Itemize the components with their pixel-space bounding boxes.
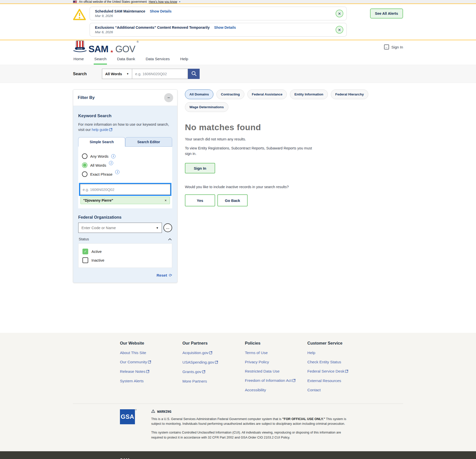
collapse-filters-button[interactable]: −: [164, 93, 173, 102]
keyword-search-input[interactable]: [80, 184, 170, 195]
sign-in-required-message: To view Entity Registrations, Subcontrac…: [185, 146, 315, 157]
help-guide-link[interactable]: help guide: [92, 128, 112, 132]
gov-banner: An official website of the United States…: [0, 0, 476, 3]
footer-col-our-partners: Our Partners Acquisition.gov USASpending…: [182, 341, 245, 397]
footer-col-title: Customer Service: [307, 341, 370, 346]
info-icon[interactable]: i: [109, 161, 113, 165]
footer-link-release-notes[interactable]: Release Notes: [120, 369, 182, 374]
external-link-icon: [202, 370, 205, 374]
tab-search-editor[interactable]: Search Editor: [125, 137, 172, 147]
external-link-icon: [109, 127, 112, 133]
footer-col-policies: Policies Terms of Use Privacy Policy Res…: [245, 341, 307, 397]
top-search-input[interactable]: [132, 69, 188, 79]
footer-link-our-community[interactable]: Our Community: [120, 360, 182, 365]
filter-by-title: Filter By: [78, 95, 95, 100]
pill-contracting[interactable]: Contracting: [216, 89, 244, 99]
search-type-dropdown[interactable]: All Words ▼: [102, 69, 132, 79]
checkbox-active-checked[interactable]: ✓: [82, 249, 88, 254]
simple-search-panel: Any Words i All Words i Exact Phrase i: [78, 147, 172, 208]
nav-item-data-bank[interactable]: Data Bank: [116, 54, 135, 65]
go-back-button[interactable]: Go Back: [217, 194, 248, 206]
warning-triangle-icon: [151, 409, 155, 414]
footer-link-usaspending-gov[interactable]: USASpending.gov: [182, 360, 245, 365]
alert-title: Scheduled SAM Maintenance: [95, 9, 145, 13]
federal-org-more-button[interactable]: ...: [163, 223, 172, 232]
alert-show-details-link[interactable]: Show Details: [150, 9, 171, 13]
footer-link-grants-gov[interactable]: Grants.gov: [182, 370, 245, 374]
footer-link-accessibility[interactable]: Accessibility: [245, 388, 307, 392]
nav-item-data-services[interactable]: Data Services: [145, 54, 170, 65]
remove-tag-icon[interactable]: ×: [164, 198, 167, 202]
pill-all-domains[interactable]: All Domains: [185, 89, 213, 99]
external-link-icon: [146, 370, 149, 374]
nav-item-home[interactable]: Home: [73, 54, 84, 65]
warning-paragraph-2: This system contains Controlled Unclassi…: [151, 430, 351, 440]
footer-link-system-alerts[interactable]: System Alerts: [120, 379, 182, 383]
footer-link-foia[interactable]: Freedom of Information Act: [245, 378, 307, 383]
radio-all-words[interactable]: [82, 162, 87, 168]
magnifier-icon: [191, 71, 197, 77]
reset-refresh-icon: ⟳: [169, 273, 172, 278]
footer-link-contact[interactable]: Contact: [307, 388, 370, 392]
footer-link-federal-service-desk[interactable]: Federal Service Desk: [307, 369, 370, 374]
pill-wage-determinations[interactable]: Wage Determinations: [185, 102, 228, 112]
logo-registered-mark: ®: [137, 40, 139, 43]
sam-gov-logo[interactable]: ★★★ SAM ★ GOV ®: [73, 40, 139, 54]
footer-link-more-partners[interactable]: More Partners: [182, 379, 245, 384]
footer-link-check-entity-status[interactable]: Check Entity Status: [307, 360, 370, 364]
alert-close-button[interactable]: ✕: [336, 26, 343, 34]
yes-button[interactable]: Yes: [185, 194, 215, 206]
header-sign-in-link[interactable]: ← Sign In: [384, 44, 403, 49]
results-sign-in-button[interactable]: Sign In: [185, 163, 215, 173]
status-active-label: Active: [91, 249, 102, 254]
reset-filters-link[interactable]: Reset ⟳: [78, 273, 172, 278]
nav-item-search[interactable]: Search: [94, 54, 107, 65]
warning-paragraph-1: This is a U.S. General Services Administ…: [151, 417, 351, 426]
footer-link-terms-of-use[interactable]: Terms of Use: [245, 351, 307, 355]
federal-org-placeholder: Enter Code or Name: [81, 226, 116, 230]
footer-link-external-resources[interactable]: External Resources: [307, 379, 370, 383]
heres-how-you-know-link[interactable]: Here's how you know: [149, 0, 177, 3]
footer-link-about-this-site[interactable]: About This Site: [120, 351, 182, 355]
main-content: Filter By − Keyword Search For more info…: [73, 83, 403, 333]
alert-close-button[interactable]: ✕: [336, 10, 343, 17]
gsa-logo: GSA: [120, 409, 135, 424]
footer-col-title: Our Partners: [182, 341, 245, 346]
pill-entity-information[interactable]: Entity Information: [290, 89, 328, 99]
alert-card: Scheduled SAM Maintenance Show Details M…: [89, 6, 347, 20]
info-icon[interactable]: i: [111, 154, 115, 158]
footer-link-acquisition-gov[interactable]: Acquisition.gov: [182, 351, 245, 355]
search-submit-button[interactable]: [188, 69, 200, 79]
checkbox-inactive-unchecked[interactable]: [82, 257, 88, 263]
external-link-icon: [292, 379, 296, 383]
search-label: Search: [73, 71, 102, 76]
caret-down-icon: ▼: [156, 226, 159, 229]
status-inactive-row[interactable]: Inactive: [82, 257, 168, 263]
alert-warning-triangle-icon: [73, 8, 86, 21]
radio-any-words[interactable]: [82, 153, 87, 159]
pill-federal-hierarchy[interactable]: Federal Hierarchy: [331, 89, 368, 99]
pill-federal-assistance[interactable]: Federal Assistance: [247, 89, 287, 99]
see-all-alerts-button[interactable]: See All Alerts: [370, 8, 403, 18]
gsa-registered-mark: ®: [135, 409, 137, 411]
tab-simple-search[interactable]: Simple Search: [78, 137, 125, 147]
footer-link-privacy-policy[interactable]: Privacy Policy: [245, 360, 307, 364]
info-icon[interactable]: i: [115, 170, 119, 174]
alert-show-details-link[interactable]: Show Details: [214, 25, 236, 29]
status-active-row[interactable]: ✓ Active: [82, 249, 168, 254]
main-nav: Home Search Data Bank Data Services Help: [0, 54, 476, 65]
alert-card-list: Scheduled SAM Maintenance Show Details M…: [89, 6, 347, 37]
keyword-tag: "Djovanny Pierre" ×: [80, 197, 170, 204]
federal-org-select[interactable]: Enter Code or Name ▼: [78, 223, 162, 233]
chevron-up-icon[interactable]: [168, 237, 172, 241]
footer-link-help[interactable]: Help: [307, 351, 370, 355]
chevron-down-icon: ▾: [179, 0, 180, 3]
external-link-icon: [209, 351, 212, 355]
sign-in-label: Sign In: [391, 45, 403, 49]
radio-exact-phrase[interactable]: [82, 171, 87, 177]
dark-footer-site-name: SAM.gov: [120, 458, 403, 459]
status-section-title: Status: [79, 237, 89, 241]
nav-item-help[interactable]: Help: [180, 54, 189, 65]
footer-link-restricted-data-use[interactable]: Restricted Data Use: [245, 369, 307, 374]
svg-text:★★★: ★★★: [77, 48, 83, 50]
